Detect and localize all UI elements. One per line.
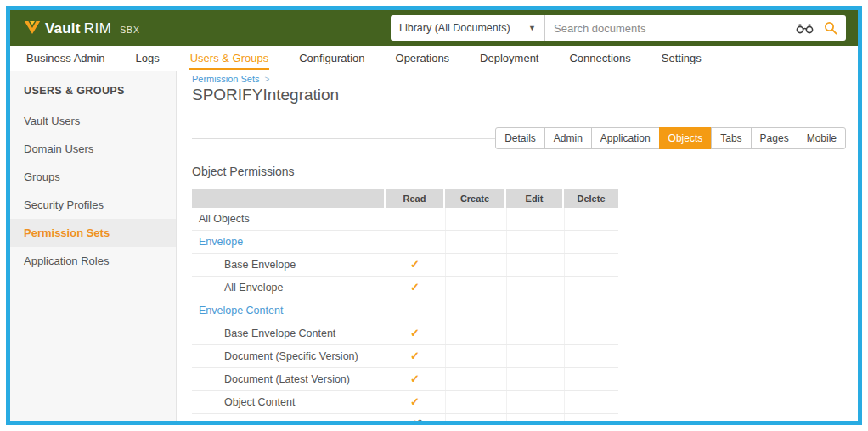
create-cell — [445, 368, 504, 390]
column-header-read: Read — [386, 189, 443, 208]
create-cell — [445, 391, 504, 413]
table-row: All Envelope✓ — [192, 277, 618, 299]
search-icon — [824, 21, 837, 35]
edit-cell — [506, 208, 562, 230]
object-link-envelope-content[interactable]: Envelope Content — [192, 299, 384, 322]
nav-item-logs[interactable]: Logs — [135, 46, 161, 71]
nav-item-connections[interactable]: Connections — [568, 46, 631, 71]
nav-item-label: Configuration — [298, 48, 365, 70]
sidebar-item-security-profiles[interactable]: Security Profiles — [10, 191, 176, 219]
read-cell: ✓ — [386, 254, 443, 276]
object-link-envelope[interactable]: Envelope — [192, 231, 384, 253]
delete-cell — [564, 208, 618, 230]
sidebar-item-groups[interactable]: Groups — [10, 163, 176, 191]
read-cell — [386, 208, 443, 230]
sidebar-item-domain-users[interactable]: Domain Users — [10, 135, 176, 163]
edit-cell — [506, 277, 562, 299]
library-scope-dropdown[interactable]: Library (All Documents) ▼ — [391, 15, 545, 41]
tab-details[interactable]: Details — [495, 127, 545, 149]
edit-cell — [506, 231, 562, 253]
object-permissions-table: ReadCreateEditDelete All ObjectsEnvelope… — [192, 189, 618, 421]
check-icon: ✓ — [410, 327, 420, 339]
primary-nav: Business AdminLogsUsers & GroupsConfigur… — [10, 46, 858, 71]
nav-item-deployment[interactable]: Deployment — [479, 46, 539, 71]
tab-pages[interactable]: Pages — [751, 127, 798, 149]
breadcrumb-separator: > — [265, 75, 270, 84]
read-cell: ✓ — [386, 277, 443, 299]
table-row: Base Envelope✓ — [192, 254, 618, 277]
check-icon: ✓ — [410, 396, 420, 408]
check-icon: ✓ — [410, 282, 420, 294]
nav-item-business-admin[interactable]: Business Admin — [25, 46, 106, 71]
read-cell: ✓* — [386, 414, 443, 421]
delete-cell — [564, 391, 618, 413]
read-cell — [386, 231, 443, 253]
nav-item-label: Operations — [395, 48, 451, 70]
delete-cell — [564, 254, 618, 276]
sidebar-item-vault-users[interactable]: Vault Users — [10, 107, 176, 135]
sidebar-item-permission-sets[interactable]: Permission Sets — [10, 219, 176, 247]
delete-cell — [564, 277, 618, 299]
page-title: SPORIFYIntegration — [192, 86, 846, 104]
check-icon: ✓ — [410, 373, 420, 385]
column-header-edit: Edit — [506, 189, 562, 208]
tab-mobile[interactable]: Mobile — [798, 127, 846, 149]
global-search: Library (All Documents) ▼ — [391, 15, 846, 41]
binoculars-icon — [796, 23, 814, 34]
table-header: ReadCreateEditDelete — [192, 189, 618, 208]
nav-item-operations[interactable]: Operations — [395, 46, 451, 71]
create-cell — [445, 322, 504, 344]
create-cell — [445, 254, 504, 276]
table-row: RIM View✓* — [192, 414, 618, 421]
column-header-create: Create — [445, 189, 504, 208]
sidebar-item-application-roles[interactable]: Application Roles — [10, 247, 176, 275]
table-row: Envelope Content — [192, 299, 618, 322]
create-cell — [445, 299, 504, 322]
table-row: Object Content✓ — [192, 391, 618, 414]
delete-cell — [564, 345, 618, 367]
check-icon: ✓ — [410, 350, 420, 362]
object-permissions-table-body: All ObjectsEnvelopeBase Envelope✓All Env… — [192, 208, 618, 421]
tab-application[interactable]: Application — [591, 127, 660, 149]
read-cell: ✓ — [386, 391, 443, 413]
nav-item-users-groups[interactable]: Users & Groups — [189, 46, 269, 71]
main-content: Permission Sets > SPORIFYIntegration Det… — [177, 71, 858, 421]
create-cell — [445, 277, 504, 299]
app-window: Vault RIM SBX Library (All Documents) ▼ — [6, 6, 862, 425]
sidebar-title: USERS & GROUPS — [10, 76, 176, 107]
table-row: All Objects — [192, 208, 618, 231]
object-label-document-latest-version: Document (Latest Version) — [192, 368, 384, 390]
edit-cell — [506, 391, 562, 413]
divider-line — [192, 138, 495, 139]
table-row: Envelope — [192, 231, 618, 254]
object-link-rim-view[interactable]: RIM View — [192, 414, 384, 421]
read-cell — [386, 299, 443, 322]
delete-cell — [564, 414, 618, 421]
edit-cell — [506, 254, 562, 276]
create-cell — [445, 231, 504, 253]
nav-item-label: Settings — [661, 48, 702, 70]
tab-admin[interactable]: Admin — [544, 127, 592, 149]
breadcrumb-link-permission-sets[interactable]: Permission Sets — [192, 74, 259, 84]
delete-cell — [564, 299, 618, 322]
edit-cell — [506, 368, 562, 390]
section-title: Object Permissions — [192, 165, 846, 178]
create-cell — [445, 345, 504, 367]
environment-badge: SBX — [120, 25, 139, 35]
search-input[interactable] — [545, 15, 792, 41]
sidebar: USERS & GROUPS Vault UsersDomain UsersGr… — [10, 71, 177, 421]
tab-objects[interactable]: Objects — [659, 127, 713, 149]
edit-cell — [506, 299, 562, 322]
top-bar: Vault RIM SBX Library (All Documents) ▼ — [10, 10, 858, 46]
nav-item-configuration[interactable]: Configuration — [298, 46, 365, 71]
delete-cell — [564, 231, 618, 253]
vault-logo[interactable]: Vault RIM SBX — [24, 19, 140, 37]
advanced-search-button[interactable] — [792, 15, 819, 41]
object-label-base-envelope: Base Envelope — [192, 254, 384, 276]
edit-cell — [506, 322, 562, 344]
tab-tabs[interactable]: Tabs — [711, 127, 751, 149]
nav-item-settings[interactable]: Settings — [661, 46, 702, 71]
search-button[interactable] — [819, 15, 846, 41]
table-row: Base Envelope Content✓ — [192, 322, 618, 345]
nav-item-label: Business Admin — [25, 48, 106, 70]
